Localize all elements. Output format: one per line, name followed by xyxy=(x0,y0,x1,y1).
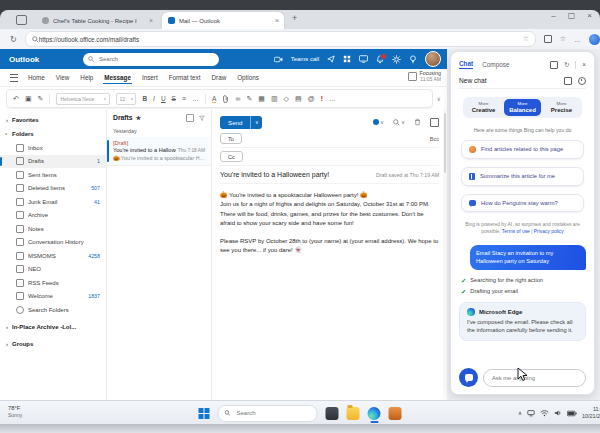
minimize-button[interactable]: – xyxy=(551,11,555,20)
tone-precise[interactable]: More Precise xyxy=(543,99,580,116)
tone-balanced[interactable]: More Balanced xyxy=(504,99,541,116)
maximize-button[interactable]: ▢ xyxy=(568,11,576,20)
chat-list-icon[interactable] xyxy=(564,77,572,85)
tone-creative[interactable]: More Creative xyxy=(465,99,502,116)
ribbon-overflow-icon[interactable]: … xyxy=(329,95,336,102)
close-tab-icon[interactable]: × xyxy=(144,17,158,24)
new-tab-button[interactable]: + xyxy=(292,13,297,23)
underline-button[interactable]: U xyxy=(161,95,166,102)
tab-chefs-table[interactable]: Chef's Table Cooking - Recipe I × xyxy=(36,13,158,28)
signature-pen-icon[interactable]: ✎ xyxy=(246,95,252,103)
favorite-star-icon[interactable]: ★ xyxy=(136,114,141,121)
zoom-icon[interactable]: ∨ xyxy=(393,119,405,126)
outlook-search-input[interactable] xyxy=(97,55,201,63)
folder-item-deleted[interactable]: Deleted Items507 xyxy=(0,182,106,196)
more-formatting-icon[interactable]: … xyxy=(192,95,199,102)
volume-icon[interactable] xyxy=(554,409,562,417)
teams-call-button[interactable]: Teams call xyxy=(291,56,319,62)
settings-gear-icon[interactable] xyxy=(392,55,401,64)
terms-link[interactable]: Terms of use xyxy=(502,229,530,234)
font-name-select[interactable]: Helvetica Neue ∨ xyxy=(56,93,110,105)
video-camera-icon[interactable] xyxy=(274,56,283,63)
format-painter-icon[interactable]: ✎ xyxy=(38,95,44,103)
list-format-icon[interactable]: ≡ xyxy=(182,95,186,102)
insert-link-icon[interactable]: ∞ xyxy=(235,95,240,102)
edge-browser-icon[interactable] xyxy=(368,407,381,420)
paste-icon[interactable]: ▣ xyxy=(25,95,32,103)
weather-widget[interactable]: 78°F Sunny xyxy=(8,405,22,418)
url-field[interactable]: https://outlook.office.com/mail/drafts ☆ xyxy=(25,31,536,47)
tray-chevron-icon[interactable]: ∧ xyxy=(518,410,522,416)
taskbar-search[interactable] xyxy=(218,405,318,422)
folder-item-conversation-history[interactable]: Conversation History xyxy=(0,236,106,250)
menu-format-text[interactable]: Format text xyxy=(168,72,202,83)
history-icon[interactable] xyxy=(578,77,586,85)
font-size-select[interactable]: 12 ∨ xyxy=(116,93,136,105)
folder-item-junk[interactable]: Junk Email41 xyxy=(0,195,106,209)
folder-item-notes[interactable]: Notes xyxy=(0,222,106,236)
new-chat-label[interactable]: New chat xyxy=(459,77,487,84)
to-button[interactable]: To xyxy=(220,133,242,144)
folder-item-sent[interactable]: Sent Items xyxy=(0,168,106,182)
battery-icon[interactable] xyxy=(567,410,577,417)
open-in-window-icon[interactable] xyxy=(550,61,558,69)
taskbar-search-input[interactable] xyxy=(235,409,299,417)
notifications-bell-icon[interactable] xyxy=(376,55,384,64)
refresh-icon[interactable]: ↻ xyxy=(564,61,569,69)
task-view-icon[interactable] xyxy=(326,407,339,420)
send-options-icon[interactable]: ∨ xyxy=(251,119,262,125)
insert-table-icon[interactable]: ▦ xyxy=(258,95,265,103)
folder-item-search-folders[interactable]: Search Folders xyxy=(0,303,106,317)
folder-item-archive[interactable]: Archive xyxy=(0,209,106,223)
select-all-icon[interactable] xyxy=(186,114,194,122)
cc-button[interactable]: Cc xyxy=(220,151,243,162)
discard-trash-icon[interactable] xyxy=(414,118,421,126)
collapse-ribbon-icon[interactable]: ∨ xyxy=(437,95,441,102)
folder-item-inbox[interactable]: Inbox xyxy=(0,141,106,155)
start-button[interactable] xyxy=(199,408,210,419)
suggestion-find-articles[interactable]: Find articles related to this page xyxy=(461,140,584,159)
tab-compose[interactable]: Compose xyxy=(482,61,509,68)
folder-item-neo[interactable]: NEO xyxy=(0,263,106,277)
inplace-archive-section[interactable]: › In-Place Archive -Lol... xyxy=(0,320,106,334)
send-message-icon[interactable] xyxy=(327,55,335,63)
suggestion-penguins[interactable]: How do Penguins stay warm? xyxy=(461,194,584,212)
send-button[interactable]: Send ∨ xyxy=(220,116,262,129)
file-explorer-icon[interactable] xyxy=(347,407,360,420)
share-screen-icon[interactable] xyxy=(359,55,368,63)
close-tab-icon[interactable]: × xyxy=(270,17,284,24)
favorites-icon[interactable]: ☆ xyxy=(560,35,566,43)
insert-document-icon[interactable]: ▤ xyxy=(295,95,302,103)
outlook-search-box[interactable] xyxy=(83,53,219,66)
bold-button[interactable]: B xyxy=(142,95,147,102)
bookmark-star-icon[interactable]: ☆ xyxy=(522,35,528,43)
close-panel-icon[interactable]: × xyxy=(582,61,586,68)
undo-icon[interactable]: ↶ xyxy=(13,95,19,103)
menu-view[interactable]: View xyxy=(55,72,71,83)
bcc-button[interactable]: Bcc xyxy=(430,136,439,142)
privacy-link[interactable]: Privacy policy xyxy=(534,229,564,234)
menu-message[interactable]: Message xyxy=(103,72,132,84)
menu-draw[interactable]: Draw xyxy=(211,72,228,83)
importance-icon[interactable]: ! xyxy=(321,95,323,102)
focus-time-widget[interactable]: Focusing 11:05 AM xyxy=(408,70,442,82)
desktop-device-icon[interactable] xyxy=(527,409,535,417)
open-in-new-window-icon[interactable] xyxy=(430,118,439,127)
insert-chart-icon[interactable]: ▥ xyxy=(271,95,278,103)
wifi-icon[interactable] xyxy=(540,409,549,417)
tab-actions-icon[interactable] xyxy=(16,15,27,25)
email-body[interactable]: 🎃 You're invited to a spooktacular Hallo… xyxy=(220,184,439,256)
tab-mail-outlook[interactable]: Mail — Outlook × xyxy=(162,12,284,29)
menu-home[interactable]: Home xyxy=(27,72,46,83)
reload-icon[interactable]: ↻ xyxy=(10,35,17,44)
suggestion-summarize[interactable]: Summarize this article for me xyxy=(461,167,584,186)
chat-input[interactable] xyxy=(483,369,586,387)
highlight-icon[interactable]: A xyxy=(212,95,216,103)
mention-icon[interactable]: @ xyxy=(308,95,315,102)
draft-list-item[interactable]: [Draft] You're invited to a Halloween pa… xyxy=(107,137,211,166)
folders-section[interactable]: › Folders xyxy=(0,127,106,141)
folder-item-rss[interactable]: RSS Feeds xyxy=(0,276,106,290)
folder-item-welcome[interactable]: Welcome1837 xyxy=(0,290,106,304)
strikethrough-button[interactable]: S xyxy=(172,95,176,102)
tab-chat[interactable]: Chat xyxy=(459,60,473,69)
